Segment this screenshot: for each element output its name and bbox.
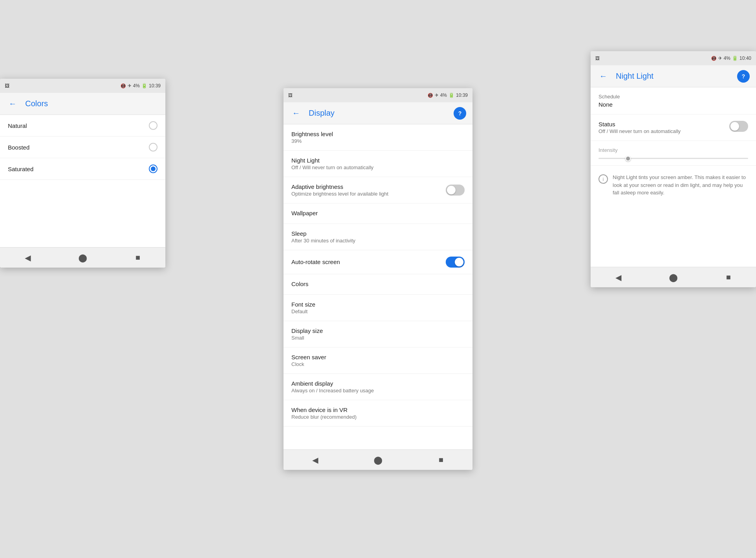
setting-value-0: 39% — [291, 138, 465, 144]
setting-label-5: Auto-rotate screen — [291, 259, 446, 265]
info-section: i Night Light tints your screen amber. T… — [591, 166, 756, 205]
nav-home-center[interactable]: ⬤ — [366, 452, 390, 468]
setting-text-4: Sleep After 30 minutes of inactivity — [291, 230, 465, 244]
setting-text-2: Adaptive brightness Optimize brightness … — [291, 183, 446, 197]
back-button-colors[interactable]: ← — [6, 98, 19, 110]
intensity-slider[interactable] — [598, 158, 748, 159]
nav-home-right[interactable]: ⬤ — [662, 270, 685, 285]
setting-value-8: Small — [291, 335, 465, 341]
status-toggle[interactable] — [729, 121, 748, 132]
colors-title: Colors — [25, 99, 159, 108]
bottom-nav-left: ◀ ⬤ ■ — [0, 247, 165, 268]
nav-back-center[interactable]: ◀ — [303, 452, 327, 468]
schedule-section[interactable]: Schedule None — [591, 87, 756, 115]
display-title: Display — [309, 109, 447, 118]
display-toolbar: ← Display ? — [284, 102, 472, 124]
status-bar-left: 🖼 📵 ✈ 4% 🔋 10:39 — [0, 79, 165, 93]
setting-text-0: Brightness level 39% — [291, 131, 465, 144]
setting-value-10: Always on / Increased battery usage — [291, 388, 465, 394]
setting-label-0: Brightness level — [291, 131, 465, 137]
nav-back-left[interactable]: ◀ — [16, 250, 39, 266]
setting-value-11: Reduce blur (recommended) — [291, 414, 465, 420]
nav-recents-center[interactable]: ■ — [429, 452, 453, 468]
battery-pct-left: 4% — [133, 83, 140, 89]
setting-text-8: Display size Small — [291, 327, 465, 341]
bottom-nav-center: ◀ ⬤ ■ — [284, 449, 472, 470]
nav-recents-left[interactable]: ■ — [126, 250, 150, 266]
display-item-2[interactable]: Adaptive brightness Optimize brightness … — [284, 177, 472, 203]
setting-label-1: Night Light — [291, 157, 465, 164]
nav-recents-right[interactable]: ■ — [717, 270, 740, 285]
colors-content: Natural Boosted Saturated — [0, 115, 165, 247]
intensity-thumb[interactable] — [625, 156, 631, 161]
setting-label-11: When device is in VR — [291, 406, 465, 413]
setting-value-4: After 30 minutes of inactivity — [291, 238, 465, 244]
airplane-icon-r: ✈ — [718, 55, 722, 61]
time-center: 10:39 — [456, 92, 468, 98]
nav-back-right[interactable]: ◀ — [606, 270, 630, 285]
display-item-3[interactable]: Wallpaper — [284, 203, 472, 224]
no-sim-icon: 📵 — [120, 83, 126, 89]
radio-natural[interactable] — [149, 121, 158, 130]
no-sim-icon-c: 📵 — [428, 93, 433, 98]
setting-label-9: Screen saver — [291, 354, 465, 360]
colors-panel: 🖼 📵 ✈ 4% 🔋 10:39 ← Colors Natural Booste… — [0, 79, 165, 268]
setting-text-11: When device is in VR Reduce blur (recomm… — [291, 406, 465, 420]
color-option-boosted[interactable]: Boosted — [0, 137, 165, 158]
status-toggle-knob — [730, 122, 739, 131]
night-light-panel: 🖼 📵 ✈ 4% 🔋 10:40 ← Night Light ? Schedul… — [591, 51, 756, 287]
toggle-2[interactable] — [446, 185, 465, 196]
schedule-value: None — [598, 101, 748, 108]
display-item-0[interactable]: Brightness level 39% — [284, 124, 472, 151]
battery-icon-right: 🔋 — [732, 55, 738, 61]
toggle-knob-2 — [447, 186, 456, 194]
setting-text-5: Auto-rotate screen — [291, 259, 446, 266]
radio-saturated[interactable] — [149, 164, 158, 173]
time-left: 10:39 — [149, 83, 161, 89]
airplane-icon-c: ✈ — [435, 92, 439, 98]
info-icon: i — [598, 174, 608, 184]
night-light-title: Night Light — [616, 72, 731, 81]
battery-pct-center: 4% — [440, 92, 447, 98]
status-bar-right: 🖼 📵 ✈ 4% 🔋 10:40 — [591, 51, 756, 65]
display-item-11[interactable]: When device is in VR Reduce blur (recomm… — [284, 400, 472, 427]
setting-text-10: Ambient display Always on / Increased ba… — [291, 380, 465, 394]
display-item-5[interactable]: Auto-rotate screen — [284, 250, 472, 274]
night-light-toolbar: ← Night Light ? — [591, 65, 756, 87]
display-item-4[interactable]: Sleep After 30 minutes of inactivity — [284, 224, 472, 250]
help-button-display[interactable]: ? — [454, 107, 466, 120]
setting-label-7: Font size — [291, 301, 465, 308]
back-button-display[interactable]: ← — [290, 107, 302, 120]
battery-pct-right: 4% — [724, 55, 730, 61]
color-option-natural[interactable]: Natural — [0, 115, 165, 137]
setting-label-3: Wallpaper — [291, 210, 465, 216]
setting-text-7: Font size Default — [291, 301, 465, 314]
media-icon-left: 🖼 — [5, 83, 9, 89]
display-item-6[interactable]: Colors — [284, 274, 472, 295]
schedule-label: Schedule — [598, 94, 748, 100]
display-item-7[interactable]: Font size Default — [284, 295, 472, 321]
help-button-night[interactable]: ? — [737, 70, 750, 83]
night-light-content: Schedule None Status Off / Will never tu… — [591, 87, 756, 267]
colors-toolbar: ← Colors — [0, 93, 165, 115]
color-option-saturated[interactable]: Saturated — [0, 158, 165, 180]
display-item-10[interactable]: Ambient display Always on / Increased ba… — [284, 374, 472, 400]
battery-icon-center: 🔋 — [448, 92, 454, 98]
toggle-5[interactable] — [446, 257, 465, 268]
display-item-8[interactable]: Display size Small — [284, 321, 472, 347]
no-sim-icon-r: 📵 — [711, 56, 717, 61]
display-item-1[interactable]: Night Light Off / Will never turn on aut… — [284, 151, 472, 177]
display-panel: 🖼 📵 ✈ 4% 🔋 10:39 ← Display ? Brightness … — [284, 88, 472, 470]
nav-home-left[interactable]: ⬤ — [71, 250, 94, 266]
back-button-night[interactable]: ← — [597, 70, 610, 83]
setting-text-6: Colors — [291, 281, 465, 288]
color-label: Saturated — [8, 166, 33, 172]
setting-label-2: Adaptive brightness — [291, 183, 446, 190]
radio-boosted[interactable] — [149, 143, 158, 152]
setting-value-9: Clock — [291, 361, 465, 367]
display-item-9[interactable]: Screen saver Clock — [284, 347, 472, 374]
status-bar-center: 🖼 📵 ✈ 4% 🔋 10:39 — [284, 88, 472, 102]
battery-icon-left: 🔋 — [141, 83, 147, 89]
time-right: 10:40 — [739, 55, 751, 61]
intensity-section: Intensity — [591, 141, 756, 166]
